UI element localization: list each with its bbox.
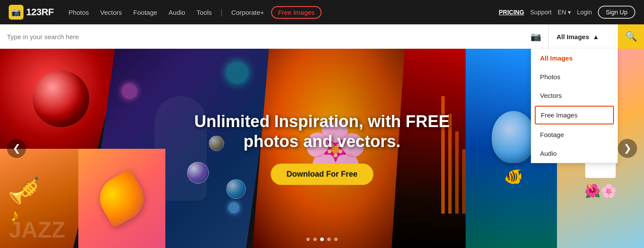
nav-free-images[interactable]: Free Images xyxy=(271,6,322,19)
dropdown-free-images-label: Free Images xyxy=(541,111,577,119)
logo[interactable]: 📷 123RF xyxy=(9,5,54,20)
dropdown-audio-label: Audio xyxy=(540,150,557,157)
shell-shape xyxy=(92,169,152,228)
logo-text: 123RF xyxy=(26,7,54,18)
dropdown-vectors[interactable]: Vectors xyxy=(531,86,617,105)
chevron-left-icon: ❮ xyxy=(13,143,20,154)
navbar: 📷 123RF Photos Vectors Footage Audio Too… xyxy=(0,0,644,24)
carousel-dot-4[interactable] xyxy=(327,238,331,241)
nav-audio[interactable]: Audio xyxy=(164,6,189,19)
panel-shell xyxy=(78,149,165,248)
search-bar: 📷 All Images ▲ 🔍 xyxy=(0,24,644,49)
nav-corporate[interactable]: Corporate+ xyxy=(227,6,268,19)
trumpet-icon: 🎺 xyxy=(8,175,40,206)
carousel-dots xyxy=(306,238,338,241)
nav-pricing[interactable]: PRICING xyxy=(499,9,524,16)
dropdown-audio[interactable]: Audio xyxy=(531,144,617,163)
carousel-dot-3[interactable] xyxy=(320,238,324,241)
nav-tools[interactable]: Tools xyxy=(192,6,216,19)
nav-login[interactable]: Login xyxy=(577,9,592,16)
dropdown-photos[interactable]: Photos xyxy=(531,67,617,86)
dropdown-photos-label: Photos xyxy=(540,73,560,80)
music-note: ♪ xyxy=(10,205,19,225)
hero-title: Unlimited Inspiration, with FREE photos … xyxy=(174,112,470,151)
logo-icon: 📷 xyxy=(9,5,23,20)
carousel-dot-2[interactable] xyxy=(313,238,317,241)
search-icon: 🔍 xyxy=(625,31,637,42)
search-input-wrap: 📷 xyxy=(0,24,548,49)
search-input[interactable] xyxy=(7,33,527,40)
dropdown-footage-label: Footage xyxy=(540,131,564,138)
download-button[interactable]: Download For Free xyxy=(271,164,373,185)
nav-signup[interactable]: Sign Up xyxy=(598,6,635,19)
camera-icon[interactable]: 📷 xyxy=(530,31,541,42)
carousel-next-button[interactable]: ❯ xyxy=(618,139,637,158)
carousel-dot-1[interactable] xyxy=(306,238,310,241)
dropdown-vectors-label: Vectors xyxy=(540,92,562,99)
nav-photos[interactable]: Photos xyxy=(64,6,94,19)
chevron-right-icon: ❯ xyxy=(624,143,631,154)
nav-vectors[interactable]: Vectors xyxy=(96,6,126,19)
filter-label: All Images xyxy=(557,33,589,40)
dropdown-all-images[interactable]: All Images xyxy=(531,49,617,67)
dropdown-footage[interactable]: Footage xyxy=(531,125,617,144)
carousel-prev-button[interactable]: ❮ xyxy=(7,139,26,158)
search-button[interactable]: 🔍 xyxy=(618,24,644,49)
chevron-up-icon: ▲ xyxy=(593,33,599,40)
nav-support[interactable]: Support xyxy=(530,9,552,16)
search-filter-dropdown[interactable]: All Images ▲ xyxy=(548,24,618,49)
carousel-dot-5[interactable] xyxy=(334,238,338,241)
nav-divider: | xyxy=(221,8,223,17)
nav-right: PRICING Support EN ▾ Login Sign Up xyxy=(499,6,635,19)
dropdown-all-images-label: All Images xyxy=(540,54,573,62)
nav-lang[interactable]: EN ▾ xyxy=(558,9,571,16)
search-bar-container: 📷 All Images ▲ 🔍 All Images Photos Vecto… xyxy=(0,24,644,49)
search-dropdown-menu: All Images Photos Vectors Free Images Fo… xyxy=(531,49,618,163)
nav-footage[interactable]: Footage xyxy=(129,6,161,19)
nav-links: Photos Vectors Footage Audio Tools | Cor… xyxy=(64,6,499,19)
dropdown-free-images[interactable]: Free Images xyxy=(535,106,614,124)
